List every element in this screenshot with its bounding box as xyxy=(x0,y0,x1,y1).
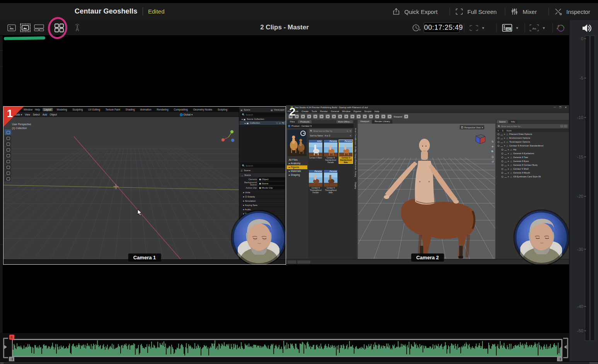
expander-icon[interactable]: ▸ xyxy=(508,148,509,151)
scrollbar-right-cap[interactable] xyxy=(589,362,598,364)
asset-card-1[interactable]: ActorCentaur 9 Base xyxy=(309,140,322,159)
tree-node[interactable]: ▸△Hip xyxy=(496,148,569,151)
visibility-icon[interactable] xyxy=(501,153,503,155)
close-icon[interactable]: ✕ xyxy=(565,106,567,109)
workspace-tab-shading[interactable]: Shading xyxy=(124,108,136,111)
category-anatomy[interactable]: ▸ Anatomy xyxy=(287,162,307,165)
speaker-icon[interactable] xyxy=(581,23,593,34)
tab-products[interactable]: Products xyxy=(298,120,312,123)
visibility-icon[interactable] xyxy=(501,160,503,162)
scene-selector[interactable]: Scene xyxy=(244,109,250,111)
selectable-icon[interactable] xyxy=(501,141,503,143)
visibility-icon[interactable] xyxy=(501,156,503,158)
visibility-icon[interactable] xyxy=(497,145,499,147)
tree-node[interactable]: ▸△Tonemapper Options xyxy=(496,140,569,144)
quick-export-button[interactable]: Quick Export xyxy=(392,6,438,17)
viewport-tool-column[interactable]: ↻✛🔍◎↺ xyxy=(491,139,494,164)
expander-icon[interactable]: ▸ xyxy=(508,152,509,155)
navigation-gizmo[interactable] xyxy=(220,129,237,146)
scrollbar-left-cap[interactable] xyxy=(0,362,4,364)
visibility-icon[interactable] xyxy=(501,164,503,166)
category-figures[interactable]: ▸ Figures xyxy=(287,165,307,169)
daz-menu-general[interactable]: General xyxy=(331,110,339,112)
workspace-tab-sculpting[interactable]: Sculpting xyxy=(71,108,84,111)
asset-card-5[interactable]: PersonaCentaur 9 Thoroughbred Male xyxy=(324,170,337,194)
tree-node[interactable]: ▸△Genesis 9 Mouth xyxy=(496,171,569,175)
workspace-tab-scripting[interactable]: Scripting xyxy=(216,108,229,111)
transform-orientation-select[interactable]: 🌐 Global ▾ xyxy=(179,113,193,116)
library-filter-field[interactable]: 🔍 Enter text to filter by 1 - 5 xyxy=(309,129,352,133)
visibility-icon[interactable] xyxy=(501,172,503,174)
daz-toolbar-icon[interactable] xyxy=(369,114,373,119)
selectable-icon[interactable] xyxy=(501,145,503,147)
category-shaping[interactable]: ▸ Shaping xyxy=(287,173,307,177)
tree-node[interactable]: ▸△Environment Options xyxy=(496,136,569,140)
workspace-tab-uv-editing[interactable]: UV Editing xyxy=(87,108,102,111)
visibility-icon[interactable] xyxy=(497,137,499,139)
properties-search[interactable]: 🔍Search xyxy=(240,163,285,168)
daz-toolbar-icon[interactable] xyxy=(301,114,305,119)
tab-scene[interactable]: Scene xyxy=(497,120,508,123)
visibility-icon[interactable] xyxy=(497,141,499,143)
bottom-tab[interactable] xyxy=(288,260,296,264)
pane-tab-content-library[interactable]: Content Library xyxy=(354,139,357,142)
tab-files[interactable]: Files xyxy=(288,120,297,123)
viewport-menu-view[interactable]: View xyxy=(25,113,30,116)
expander-icon[interactable]: ▸ xyxy=(504,133,505,135)
quality-dropdown[interactable]: HQ ▾ xyxy=(502,24,518,32)
visibility-icon[interactable] xyxy=(501,168,503,170)
timecode-display[interactable]: 00:17:25:49 xyxy=(424,22,460,33)
product-thumbnail[interactable] xyxy=(288,130,307,156)
workspace-tab-geometry-nodes[interactable]: Geometry Nodes xyxy=(192,108,214,111)
workspace-tab-texture-paint[interactable]: Texture Paint xyxy=(104,108,122,111)
tree-node[interactable]: ▸△G9 Eyebrows Card Style 06 xyxy=(496,175,569,179)
scene-filter-field[interactable]: 🔍 Enter text to filter by... xyxy=(497,124,568,128)
blender-viewport[interactable]: User Perspective (1) Collection xyxy=(3,117,239,260)
visibility-icon[interactable] xyxy=(501,176,503,178)
daz-toolbar-icon[interactable] xyxy=(375,114,379,119)
filter-button[interactable] xyxy=(560,125,563,128)
selectable-icon[interactable] xyxy=(504,164,507,166)
daz-menu-create[interactable]: Create xyxy=(302,110,308,112)
resize-dropdown[interactable]: ▾ xyxy=(529,24,545,32)
tree-node[interactable]: ▸△Genesis 9 Eyelashes xyxy=(496,151,569,155)
expander-icon[interactable]: ▾ xyxy=(504,145,505,147)
daz-toolbar-icon[interactable] xyxy=(344,114,348,119)
workspace-tab-modeling[interactable]: Modeling xyxy=(55,108,68,111)
menu-button[interactable] xyxy=(564,125,567,128)
property-value-field[interactable]: ▣ Scene xyxy=(258,182,285,185)
daz-menu-figures[interactable]: Figures xyxy=(353,110,361,112)
pane-tab-shaping[interactable]: Shaping xyxy=(354,182,357,185)
tree-node[interactable]: ▸△Genesis 9 Eyes xyxy=(496,159,569,163)
tree-node[interactable]: ▾△Centaur 9 American Standardbred xyxy=(496,144,569,148)
bottom-scrollbar[interactable] xyxy=(0,361,598,364)
daz-toolbar-icon[interactable] xyxy=(350,114,354,119)
mixer-button[interactable]: Mixer xyxy=(510,6,537,17)
selectable-icon[interactable] xyxy=(504,149,507,151)
selectable-icon[interactable] xyxy=(504,176,507,178)
daz-toolbar-icon[interactable] xyxy=(387,114,392,119)
property-section-keying-sets[interactable]: ▸ Keying Sets xyxy=(239,202,286,207)
playhead-handle[interactable] xyxy=(9,335,14,340)
tree-node[interactable]: ▸△Genesis 9 Centaur Body xyxy=(496,163,569,167)
full-screen-button[interactable]: Full Screen xyxy=(455,6,497,17)
selectable-icon[interactable] xyxy=(504,160,507,162)
expander-icon[interactable]: ▸ xyxy=(508,164,509,166)
tab-render-library[interactable]: Render Library xyxy=(372,120,392,124)
property-section-units[interactable]: ▸ Units xyxy=(239,190,286,194)
sort-dropdown[interactable]: Sort by Name : A to Z ▾ xyxy=(309,133,352,138)
property-value-field[interactable]: ▣ Object xyxy=(258,177,285,181)
selectable-icon[interactable] xyxy=(501,133,503,135)
expander-icon[interactable]: ▸ xyxy=(508,172,509,174)
workspace-tab-layout[interactable]: Layout xyxy=(43,108,53,111)
outliner-search[interactable]: 🔍Search xyxy=(240,112,285,117)
visibility-icon[interactable] xyxy=(501,149,503,151)
workspace-tab-compositing[interactable]: Compositing xyxy=(172,108,189,111)
tree-node[interactable]: ▸△Filament Draw Options xyxy=(496,132,569,136)
color-boost-icon[interactable] xyxy=(556,24,565,32)
blender-menu-window[interactable]: Window xyxy=(24,108,32,111)
selectable-icon[interactable] xyxy=(504,168,507,170)
outliner-item-scene-collection[interactable]: ▾ ▣Scene Collection xyxy=(239,117,286,121)
pane-tab-aux-viewport[interactable]: Aux Viewport xyxy=(354,150,357,153)
viewport-menu-add[interactable]: Add xyxy=(43,113,47,116)
